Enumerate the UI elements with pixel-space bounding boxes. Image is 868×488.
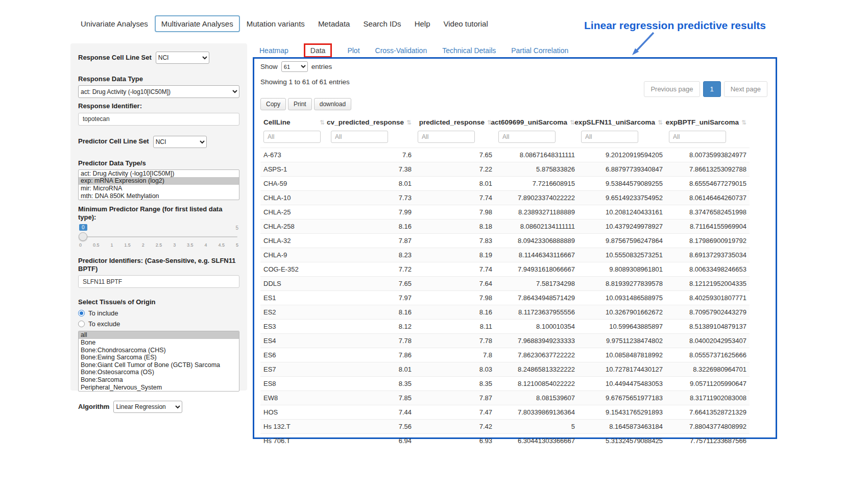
copy-button[interactable]: Copy xyxy=(260,98,286,110)
value-cell: 8.16 xyxy=(328,305,415,320)
column-label: predicted_response xyxy=(419,118,485,126)
tissue-option-bone[interactable]: Bone xyxy=(79,339,239,347)
value-cell: 8.70957902443279 xyxy=(666,305,750,320)
page-1-button[interactable]: 1 xyxy=(703,81,721,97)
response-identifier-input[interactable] xyxy=(78,113,239,126)
predictor-identifiers-label: Predictor Identifiers: (Case-Sensitive, … xyxy=(78,257,239,274)
value-cell: 7.89023374022222 xyxy=(495,191,578,205)
value-cell: 5.875833826 xyxy=(495,162,578,177)
download-button[interactable]: download xyxy=(314,98,351,110)
tissue-option-bone-osteosarcoma-os[interactable]: Bone:Osteosarcoma (OS) xyxy=(79,369,239,376)
tab-technical-details[interactable]: Technical Details xyxy=(442,46,496,55)
table-row: ES88.358.358.1210085402222210.4494475483… xyxy=(260,377,750,391)
value-cell: 7.87 xyxy=(328,234,415,248)
slider-handle[interactable] xyxy=(79,232,87,241)
tissue-option-bone-giant-cell-tumor-of-bone-gctb-sarcoma[interactable]: Bone:Giant Cell Tumor of Bone (GCTB) Sar… xyxy=(79,361,239,369)
filter-input-expbptf-unisarcoma[interactable] xyxy=(669,131,726,143)
value-cell: 8.23893271188889 xyxy=(495,205,578,219)
value-cell: 8.00735993824977 xyxy=(666,148,750,162)
predictor-data-type-option-exp-mrna-expression-log2[interactable]: exp: mRNA Expression (log2) xyxy=(79,177,239,185)
table-head: CellLine⇅cv_predicted_response⇅predicted… xyxy=(260,114,750,148)
cell-line-cell: ES8 xyxy=(260,377,328,391)
cell-line-cell: ES1 xyxy=(260,291,328,305)
annotation-arrow-icon xyxy=(627,31,658,59)
filter-cell xyxy=(328,129,415,148)
entries-select[interactable]: 61 xyxy=(281,61,308,72)
column-header-expbptf-unisarcoma[interactable]: expBPTF_uniSarcoma⇅ xyxy=(666,114,750,129)
column-header-predicted-response[interactable]: predicted_response⇅ xyxy=(415,114,495,129)
next-page-button[interactable]: Next page xyxy=(724,81,767,97)
radio-to-include[interactable]: To include xyxy=(78,309,239,317)
table-row: ES17.977.987.8643494857142910.0931486588… xyxy=(260,291,750,305)
value-cell: 7.8 xyxy=(415,348,495,362)
algorithm-select[interactable]: Linear Regression xyxy=(113,401,182,413)
cell-line-cell: ES3 xyxy=(260,320,328,334)
cell-line-cell: ES2 xyxy=(260,305,328,320)
filter-input-act609699-unisarcoma[interactable] xyxy=(498,131,556,143)
response-cell-line-set-select[interactable]: NCI xyxy=(156,52,209,64)
nav-item-video-tutorial[interactable]: Video tutorial xyxy=(437,15,494,32)
tab-plot[interactable]: Plot xyxy=(347,46,359,55)
value-cell: 7.7216608915 xyxy=(495,177,578,191)
value-cell: 8.16 xyxy=(328,219,415,234)
nav-item-metadata[interactable]: Metadata xyxy=(311,15,357,32)
tab-cross-validation[interactable]: Cross-Validation xyxy=(375,46,427,55)
tissue-option-all[interactable]: all xyxy=(79,331,239,339)
column-label: cv_predicted_response xyxy=(327,118,404,126)
tab-heatmap[interactable]: Heatmap xyxy=(259,46,288,55)
predictor-data-type-option-act-drug-activity-log10-ic50m[interactable]: act: Drug Activity (-log10[IC50M]) xyxy=(79,170,239,178)
value-cell: 8.51389104879137 xyxy=(666,320,750,334)
value-cell: 7.94931618066667 xyxy=(495,262,578,277)
value-cell: 10.5550832573251 xyxy=(578,248,666,262)
value-cell: 8.12100854022222 xyxy=(495,377,578,391)
radio-to-exclude-label: To exclude xyxy=(88,320,120,328)
filter-input-predicted-response[interactable] xyxy=(418,131,475,143)
tissue-option-bone-ewing-sarcoma-es[interactable]: Bone:Ewing Sarcoma (ES) xyxy=(79,354,239,361)
predictor-data-type-option-mir-microrna[interactable]: mir: MicroRNA xyxy=(79,185,239,192)
response-data-type-select[interactable]: act: Drug Activity (-log10[IC50M]) xyxy=(78,85,239,98)
tissue-listbox[interactable]: allBoneBone:Chondrosarcoma (CHS)Bone:Ewi… xyxy=(78,331,239,392)
value-cell: 9.20120919594205 xyxy=(578,148,666,162)
tab-data[interactable]: Data xyxy=(304,43,332,58)
column-header-expslfn11-unisarcoma[interactable]: expSLFN11_uniSarcoma⇅ xyxy=(578,114,666,129)
tab-partial-correlation[interactable]: Partial Correlation xyxy=(511,46,568,55)
tissue-option-peripheral-nervous-system[interactable]: Peripheral_Nervous_System xyxy=(79,384,239,392)
value-cell: 8.19 xyxy=(415,248,495,262)
slider-track[interactable] xyxy=(80,236,237,237)
slider-tick: 5 xyxy=(236,242,238,248)
column-header-cellline[interactable]: CellLine⇅ xyxy=(260,114,328,129)
tissue-option-bone-sarcoma[interactable]: Bone:Sarcoma xyxy=(79,376,239,384)
previous-page-button[interactable]: Previous page xyxy=(644,81,700,97)
column-header-content: CellLine⇅ xyxy=(263,118,325,126)
nav-item-mutation-variants[interactable]: Mutation variants xyxy=(240,15,311,32)
filter-cell xyxy=(260,129,328,148)
print-button[interactable]: Print xyxy=(288,98,312,110)
filter-input-expslfn11-unisarcoma[interactable] xyxy=(581,131,638,143)
filter-input-cellline[interactable] xyxy=(263,131,321,143)
column-header-act609699-unisarcoma[interactable]: act609699_uniSarcoma⇅ xyxy=(495,114,578,129)
table-row: CHLA-327.877.838.094233068888899.8756759… xyxy=(260,234,750,248)
page: Univariate AnalysesMultivariate Analyses… xyxy=(0,0,868,488)
predictor-identifiers-input[interactable] xyxy=(78,275,239,288)
column-header-cv-predicted-response[interactable]: cv_predicted_response⇅ xyxy=(328,114,415,129)
value-cell: 8.05557371625666 xyxy=(666,348,750,362)
cell-line-cell: DDLS xyxy=(260,277,328,291)
tissue-option-bone-chondrosarcoma-chs[interactable]: Bone:Chondrosarcoma (CHS) xyxy=(79,347,239,354)
predictor-data-type-listbox[interactable]: act: Drug Activity (-log10[IC50M])exp: m… xyxy=(78,169,239,200)
radio-to-exclude[interactable]: To exclude xyxy=(78,320,239,328)
predictor-data-type-option-mth-dna-850k-methylation[interactable]: mth: DNA 850K Methylation xyxy=(79,192,239,200)
nav-item-search-ids[interactable]: Search IDs xyxy=(356,15,407,32)
nav-item-multivariate-analyses[interactable]: Multivariate Analyses xyxy=(155,15,240,32)
value-cell: 7.44 xyxy=(328,405,415,420)
value-cell: 8.17986900919792 xyxy=(666,234,750,248)
value-cell: 8.35 xyxy=(415,377,495,391)
radio-checked-icon xyxy=(78,310,85,316)
predictor-cell-line-set-select[interactable]: NCI xyxy=(153,136,207,148)
nav-item-univariate-analyses[interactable]: Univariate Analyses xyxy=(74,15,155,32)
filter-input-cv-predicted-response[interactable] xyxy=(331,131,388,143)
cell-line-cell: HOS xyxy=(260,405,328,420)
value-cell: 7.97 xyxy=(328,291,415,305)
value-cell: 8.01 xyxy=(328,177,415,191)
min-predictor-range-slider[interactable]: 0 5 00.511.522.533.544.55 xyxy=(79,224,238,251)
nav-item-help[interactable]: Help xyxy=(408,15,437,32)
